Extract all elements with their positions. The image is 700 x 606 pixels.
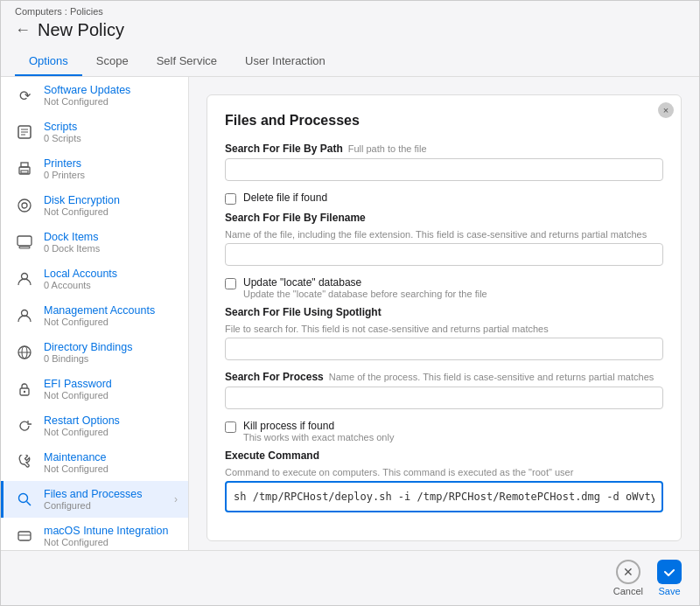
sidebar-sublabel: Not Configured: [44, 427, 120, 437]
files-and-processes-modal: × Files and Processes Search For File By…: [206, 94, 682, 541]
sidebar-sublabel: Not Configured: [44, 206, 120, 217]
sidebar-sublabel: 0 Bindings: [44, 353, 132, 364]
sidebar-sublabel: 0 Printers: [44, 170, 85, 180]
printers-icon: [14, 158, 35, 179]
disk-encryption-icon: [14, 195, 35, 216]
sidebar-label: Management Accounts: [44, 304, 155, 317]
sidebar-label: Scripts: [44, 121, 81, 133]
execute-command-input[interactable]: [225, 481, 663, 512]
svg-rect-20: [18, 532, 31, 540]
svg-point-7: [18, 199, 31, 212]
sidebar-sublabel: Not Configured: [44, 390, 112, 401]
sidebar-item-management-accounts[interactable]: Management Accounts Not Configured: [1, 297, 188, 334]
sidebar-item-local-accounts[interactable]: Local Accounts 0 Accounts: [1, 261, 188, 297]
search-by-path-label: Search For File By Path: [225, 143, 343, 155]
tab-options[interactable]: Options: [15, 47, 82, 76]
kill-process-desc: This works with exact matches only: [243, 432, 394, 442]
svg-point-8: [22, 203, 27, 208]
tab-user-interaction[interactable]: User Interaction: [231, 47, 340, 76]
bottom-bar: ✕ Cancel Save: [1, 550, 699, 605]
svg-line-19: [27, 502, 32, 506]
sidebar-item-maintenance[interactable]: Maintenance Not Configured: [1, 444, 188, 481]
sidebar-item-efi-password[interactable]: EFI Password Not Configured: [1, 371, 188, 407]
sidebar-sublabel: Not Configured: [44, 463, 108, 474]
maintenance-icon: [14, 452, 35, 473]
sidebar-sublabel: Configured: [44, 500, 143, 511]
sidebar-item-files-and-processes[interactable]: Files and Processes Configured ›: [1, 481, 188, 518]
search-by-path-input[interactable]: [225, 158, 663, 181]
delete-file-checkbox[interactable]: [225, 193, 236, 205]
cancel-button[interactable]: ✕ Cancel: [613, 560, 643, 596]
dock-items-icon: [14, 232, 35, 253]
restart-options-icon: [14, 415, 35, 436]
execute-command-section: Execute Command Command to execute on co…: [225, 449, 663, 512]
svg-rect-9: [18, 236, 32, 246]
modal-close-button[interactable]: ×: [658, 102, 674, 118]
sidebar-item-macos-intune[interactable]: macOS Intune Integration Not Configured: [1, 518, 188, 550]
execute-command-desc: Command to execute on computers. This co…: [225, 467, 573, 477]
sidebar-item-software-updates[interactable]: ⟳ Software Updates Not Configured: [1, 77, 188, 114]
management-accounts-icon: [14, 305, 35, 326]
page-title-row: ← New Policy: [15, 20, 685, 40]
search-by-spotlight-section: Search For File Using Spotlight File to …: [225, 306, 663, 360]
sidebar-label: Restart Options: [44, 414, 120, 427]
sidebar-sublabel: 0 Dock Items: [44, 243, 100, 254]
search-for-process-section: Search For Process Name of the process. …: [225, 371, 663, 409]
cancel-icon: ✕: [616, 560, 640, 584]
save-button[interactable]: Save: [657, 560, 682, 596]
delete-file-label: Delete file if found: [243, 192, 327, 204]
svg-rect-5: [21, 163, 28, 167]
sidebar-item-directory-bindings[interactable]: Directory Bindings 0 Bindings: [1, 334, 188, 371]
back-button[interactable]: ←: [15, 21, 31, 39]
svg-point-18: [19, 494, 28, 503]
modal-title: Files and Processes: [225, 113, 663, 129]
search-by-spotlight-input[interactable]: [225, 338, 663, 360]
sidebar-sublabel: 0 Accounts: [44, 280, 117, 290]
sidebar-label: Printers: [44, 157, 85, 170]
tab-self-service[interactable]: Self Service: [143, 47, 231, 76]
sidebar-sublabel: Not Configured: [44, 537, 168, 547]
search-by-filename-desc: Name of the file, including the file ext…: [225, 229, 647, 240]
tab-bar: Options Scope Self Service User Interact…: [15, 47, 685, 76]
sidebar-label: macOS Intune Integration: [44, 525, 168, 537]
search-by-path-desc: Full path to the file: [348, 143, 427, 154]
right-panel: × Files and Processes Search For File By…: [189, 77, 699, 550]
search-by-spotlight-desc: File to search for. This field is not ca…: [225, 324, 549, 334]
sidebar-item-disk-encryption[interactable]: Disk Encryption Not Configured: [1, 187, 188, 224]
kill-process-checkbox[interactable]: [225, 421, 236, 433]
efi-password-icon: [14, 379, 35, 400]
tab-scope[interactable]: Scope: [82, 47, 143, 76]
search-by-filename-label: Search For File By Filename: [225, 212, 366, 224]
sidebar-label: Maintenance: [44, 451, 108, 463]
svg-point-17: [24, 391, 25, 393]
update-locate-desc: Update the "locate" database before sear…: [243, 289, 487, 299]
save-icon: [657, 560, 682, 584]
delete-file-row: Delete file if found: [225, 192, 663, 205]
sidebar-item-scripts[interactable]: Scripts 0 Scripts: [1, 114, 188, 150]
sidebar-item-restart-options[interactable]: Restart Options Not Configured: [1, 407, 188, 444]
update-locate-checkbox[interactable]: [225, 278, 236, 289]
execute-command-label: Execute Command: [225, 449, 319, 462]
sidebar-label: EFI Password: [44, 378, 112, 390]
macos-intune-icon: [14, 526, 35, 547]
search-by-spotlight-label: Search For File Using Spotlight: [225, 306, 382, 318]
files-and-processes-icon: [14, 489, 35, 510]
sidebar-label: Directory Bindings: [44, 341, 132, 353]
sidebar-label: Files and Processes: [44, 488, 143, 500]
directory-bindings-icon: [14, 342, 35, 363]
software-updates-icon: ⟳: [14, 85, 35, 106]
search-by-filename-input[interactable]: [225, 243, 663, 266]
sidebar: ⟳ Software Updates Not Configured Script…: [1, 77, 189, 550]
page-title: New Policy: [38, 20, 124, 40]
sidebar-label: Software Updates: [44, 84, 130, 96]
search-by-path-section: Search For File By Path Full path to the…: [225, 143, 663, 181]
sidebar-label: Dock Items: [44, 231, 100, 243]
breadcrumb: Computers : Policies: [15, 6, 685, 17]
search-by-filename-section: Search For File By Filename Name of the …: [225, 212, 663, 266]
kill-process-row: Kill process if found This works with ex…: [225, 420, 663, 442]
search-for-process-input[interactable]: [225, 387, 663, 409]
local-accounts-icon: [14, 268, 35, 289]
sidebar-item-dock-items[interactable]: Dock Items 0 Dock Items: [1, 224, 188, 261]
search-for-process-label: Search For Process: [225, 371, 324, 383]
sidebar-item-printers[interactable]: Printers 0 Printers: [1, 150, 188, 187]
